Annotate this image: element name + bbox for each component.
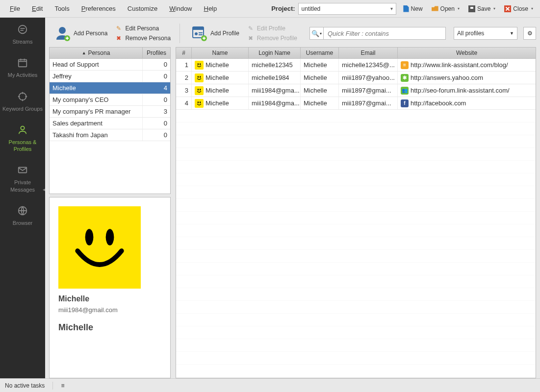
svg-point-13	[198, 63, 199, 65]
add-profile-button[interactable]: Add Profile	[186, 23, 244, 44]
search-icon: 🔍	[311, 30, 319, 37]
row-email: miii1897@yahoo...	[339, 72, 398, 84]
calendar-icon	[17, 57, 28, 69]
nav-activities[interactable]: My Activities	[0, 51, 45, 84]
quick-filter-search-button[interactable]: 🔍▾	[309, 27, 323, 40]
profile-row[interactable]: 1Michellemichelle12345Michellemichelle12…	[176, 59, 536, 72]
svg-point-2	[19, 93, 26, 100]
persona-row[interactable]: My company's CEO0	[50, 94, 170, 106]
sidebar-expand-handle[interactable]: ◂	[42, 184, 46, 194]
persona-name: My company's PR manager	[50, 106, 143, 117]
menu-preferences[interactable]: Preferences	[76, 2, 122, 15]
row-number: 3	[176, 84, 192, 97]
profiles-filter-select[interactable]: All profiles▼	[454, 27, 517, 40]
col-login[interactable]: Login Name	[249, 48, 301, 58]
nav-personas[interactable]: Personas & Profiles	[0, 118, 45, 159]
menu-tools[interactable]: Tools	[49, 2, 75, 15]
new-icon	[402, 5, 409, 12]
persona-row[interactable]: Takashi from Japan0	[50, 129, 170, 141]
persona-name: Jeffrey	[50, 71, 143, 82]
profile-row[interactable]: 4Michellemiii1984@gma...Michellemiii1897…	[176, 97, 536, 110]
pencil-icon: ✎	[247, 25, 254, 32]
action-toolbar: Add Persona ✎Edit Persona ✖Remove Person…	[49, 20, 536, 47]
streams-icon	[17, 24, 28, 35]
add-persona-button[interactable]: Add Persona	[49, 23, 112, 44]
svg-point-20	[200, 101, 201, 103]
persona-count: 0	[143, 59, 170, 70]
project-select[interactable]: untitled ▾	[298, 3, 396, 15]
site-icon: ≡	[401, 61, 409, 69]
new-button[interactable]: New	[399, 3, 426, 14]
svg-point-16	[200, 75, 201, 77]
nav-browser[interactable]: Browser	[0, 199, 45, 232]
svg-point-11	[85, 229, 94, 245]
pencil-icon: ✎	[115, 25, 122, 32]
row-login: michelle12345	[249, 59, 301, 71]
profiles-count-header[interactable]: Profiles	[143, 48, 170, 58]
svg-rect-1	[19, 60, 27, 67]
chevron-down-icon: ▾	[320, 31, 322, 36]
svg-point-0	[19, 25, 27, 34]
col-website[interactable]: Website	[398, 48, 536, 58]
row-email: miii1897@gmai...	[339, 97, 398, 109]
avatar-icon	[195, 61, 204, 70]
profile-row[interactable]: 2Michellemichelle1984Michellemiii1897@ya…	[176, 72, 536, 84]
svg-point-19	[198, 101, 199, 103]
close-button[interactable]: Close▾	[501, 3, 536, 14]
remove-persona-button[interactable]: ✖Remove Persona	[112, 34, 174, 43]
nav-messages[interactable]: Private Messages	[0, 158, 45, 199]
svg-point-17	[198, 88, 199, 90]
remove-profile-button[interactable]: ✖Remove Profile	[244, 34, 300, 43]
persona-row[interactable]: Michelle4	[50, 82, 170, 94]
open-button[interactable]: Open▾	[429, 3, 463, 14]
close-icon	[504, 5, 511, 12]
row-username: Michelle	[301, 84, 339, 97]
row-username: Michelle	[301, 97, 339, 109]
person-icon	[17, 124, 28, 136]
avatar-icon	[195, 99, 204, 108]
menu-file[interactable]: File	[4, 2, 26, 15]
col-name[interactable]: Name	[192, 48, 249, 58]
nav-keyword-groups[interactable]: Keyword Groups	[0, 85, 45, 118]
persona-header[interactable]: ▲Persona	[50, 48, 143, 58]
row-number: 2	[176, 72, 192, 84]
detail-name-secondary: Michelle	[58, 322, 161, 333]
menu-edit[interactable]: Edit	[26, 2, 49, 15]
settings-button[interactable]: ⚙	[523, 27, 536, 40]
gear-icon: ⚙	[527, 30, 533, 37]
quick-filter-input[interactable]	[323, 27, 446, 40]
row-login: michelle1984	[249, 72, 301, 84]
sort-asc-icon: ▲	[82, 50, 86, 55]
edit-profile-button[interactable]: ✎Edit Profile	[244, 24, 300, 33]
persona-row[interactable]: My company's PR manager3	[50, 106, 170, 118]
row-login: miii1984@gma...	[249, 84, 301, 97]
persona-count: 3	[143, 106, 170, 117]
nav-streams[interactable]: Streams	[0, 18, 45, 51]
menu-window[interactable]: Window	[163, 2, 198, 15]
menu-help[interactable]: Help	[198, 2, 223, 15]
row-number: 1	[176, 59, 192, 71]
edit-persona-button[interactable]: ✎Edit Persona	[112, 24, 174, 33]
remove-icon: ✖	[247, 35, 254, 42]
svg-point-3	[21, 126, 24, 130]
col-username[interactable]: Username	[301, 48, 339, 58]
persona-row[interactable]: Sales department0	[50, 118, 170, 129]
globe-icon	[17, 205, 28, 217]
chevron-down-icon: ▾	[458, 6, 460, 11]
menu-customize[interactable]: Customize	[122, 2, 163, 15]
row-login: miii1984@gma...	[249, 97, 301, 109]
persona-row[interactable]: Head of Support0	[50, 59, 170, 71]
persona-row[interactable]: Jeffrey0	[50, 71, 170, 82]
profile-row[interactable]: 3Michellemiii1984@gma...Michellemiii1897…	[176, 84, 536, 97]
detail-email: miii1984@gmail.com	[58, 306, 161, 314]
row-email: michelle12345@...	[339, 59, 398, 71]
chevron-down-icon: ▼	[510, 31, 514, 36]
col-email[interactable]: Email	[339, 48, 398, 58]
svg-point-18	[200, 88, 201, 90]
row-number: 4	[176, 97, 192, 109]
list-icon[interactable]: ≡	[61, 382, 64, 389]
sidebar: Streams My Activities Keyword Groups Per…	[0, 18, 45, 378]
col-number[interactable]: #	[176, 48, 192, 58]
save-button[interactable]: Save▾	[465, 3, 498, 14]
open-icon	[432, 5, 438, 12]
